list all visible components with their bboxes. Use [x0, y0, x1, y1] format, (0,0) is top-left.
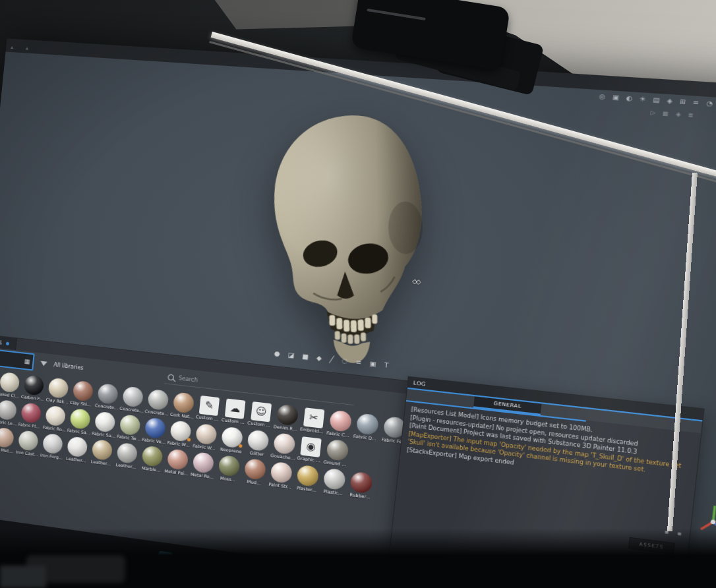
tool-icon[interactable]: T [384, 361, 389, 369]
tool-icon[interactable]: ▣ [369, 359, 376, 368]
menu-glyph: ▴ [26, 45, 29, 51]
material-name: Marble... [139, 465, 164, 473]
tool-icon[interactable]: ■ [302, 352, 309, 361]
material-name: Fabric Wo... [167, 440, 191, 448]
tool-icon[interactable]: ╱ [329, 355, 334, 363]
material-tile[interactable]: Concrete S... [144, 388, 171, 417]
viewport-icon[interactable]: ▤ [653, 96, 660, 104]
material-sphere-thumb [20, 402, 42, 424]
material-sphere-thumb [326, 439, 349, 461]
material-sphere-thumb [167, 448, 189, 470]
material-tile[interactable]: ☺ Custom St... [247, 399, 275, 428]
tool-icon[interactable]: ● [274, 349, 280, 357]
material-tile[interactable]: Leather... [89, 438, 115, 467]
material-name: Concrete S... [144, 409, 169, 416]
material-name: Iron Forg... [40, 452, 63, 460]
tool-icon[interactable]: ◪ [287, 351, 295, 359]
viewport-icon[interactable]: ◈ [676, 111, 682, 117]
material-tile[interactable]: Concrete B... [119, 385, 146, 413]
material-tile[interactable]: Fabric Lea... [0, 399, 19, 426]
material-tile[interactable]: Fabric Sat... [67, 407, 93, 436]
material-tile[interactable]: Neoprene [218, 425, 245, 454]
material-tile[interactable]: ✂ Embroidery [300, 406, 328, 435]
material-name: Gun Metal... [0, 446, 15, 454]
tool-icon[interactable]: ◆ [316, 354, 322, 362]
viewport-icon[interactable]: ◐ [626, 94, 633, 102]
material-name: Cork Natural [170, 412, 194, 420]
material-tile[interactable]: Fabric Vel... [142, 416, 168, 444]
material-tile[interactable]: Plaster... [293, 463, 321, 492]
material-tile[interactable]: Denim Rivet [274, 403, 301, 432]
material-name: Fabric Den... [353, 434, 380, 442]
material-name: Fabric Pla... [18, 422, 42, 429]
material-tile[interactable]: Carbon Fib... [21, 374, 47, 401]
material-sphere-thumb [195, 423, 218, 446]
material-tile[interactable]: Rubber... [347, 470, 375, 500]
material-tile[interactable]: Leather... [114, 441, 140, 469]
material-tile[interactable]: Fabric Wo... [167, 419, 194, 448]
material-tile[interactable]: Fabric Ro... [42, 404, 68, 432]
viewport-icon[interactable]: ◈ [667, 97, 673, 105]
material-tile[interactable]: Ground Va... [323, 438, 351, 467]
material-tile[interactable]: Fabric Com... [326, 409, 355, 438]
material-sphere-thumb [92, 439, 113, 461]
viewport-icon[interactable]: ▣ [612, 94, 619, 102]
material-tile[interactable]: Metal Ro... [190, 451, 217, 480]
material-sphere-thumb [218, 455, 241, 477]
material-tile[interactable]: Fabric Sue... [92, 410, 118, 438]
material-tile[interactable]: Concrete... [94, 382, 121, 411]
material-name: Metal Pai... [164, 469, 189, 477]
material-tile[interactable]: ☁ Custom Sp... [222, 397, 249, 426]
material-name: Concrete B... [119, 406, 144, 413]
viewport-icon[interactable]: ⊞ [679, 98, 686, 106]
material-name: Ground Va... [323, 459, 349, 467]
material-tile[interactable]: ✎ Custom Gr... [196, 394, 223, 422]
material-tile[interactable]: Glitter [244, 428, 272, 457]
viewport-icon[interactable]: ≡ [692, 99, 699, 107]
material-tile[interactable]: Paint Str... [267, 460, 295, 489]
library-filter-label[interactable]: All libraries [53, 361, 84, 370]
material-tile[interactable]: Metal Pai... [164, 448, 191, 476]
material-sphere-thumb [244, 458, 266, 481]
material-name: Denim Rivet [274, 424, 299, 432]
material-name: Carbon Fib... [21, 394, 45, 401]
material-name: Glitter [244, 450, 269, 457]
material-tile[interactable]: Baked Cla... [0, 371, 22, 399]
material-tile[interactable]: Fabric Den... [353, 412, 382, 442]
viewport-icon[interactable]: ◔ [706, 100, 713, 107]
filter-funnel-icon[interactable] [40, 361, 47, 366]
material-name: Fabric Wo... [193, 443, 218, 451]
material-tile[interactable]: Clay Bak... [45, 376, 71, 404]
material-tile[interactable]: Moss... [216, 454, 243, 483]
material-tile[interactable]: Fabric Wo... [193, 423, 220, 452]
material-sphere-thumb [0, 399, 17, 421]
material-tile[interactable]: Gouache P... [270, 432, 298, 461]
material-name: Fabric Sue... [92, 431, 115, 438]
material-tile[interactable]: Fabric Twe... [117, 413, 143, 442]
tool-icon[interactable]: ≡ [355, 358, 362, 367]
material-tile[interactable]: Iron Cast... [15, 429, 41, 457]
material-tile[interactable]: Plastic... [320, 467, 349, 496]
material-tile[interactable]: Clay Shin... [70, 379, 96, 407]
material-doc-icon: ✎ [199, 396, 220, 416]
material-tile[interactable]: ◉ Graphic te... [297, 434, 324, 463]
material-tile[interactable]: Leather... [64, 435, 90, 463]
material-name: Rubber... [347, 492, 373, 500]
material-sphere-thumb [0, 427, 15, 448]
viewport-icon[interactable]: ☀ [639, 96, 646, 103]
material-tile[interactable]: Fabric Pla... [18, 401, 44, 429]
material-name: Metal Ro... [190, 471, 215, 479]
material-tile[interactable]: Gun Metal... [0, 426, 16, 454]
material-tile[interactable]: Iron Forg... [40, 432, 65, 460]
material-tile[interactable]: Cork Natural [170, 391, 197, 419]
viewport-icon[interactable]: ▷ [650, 109, 656, 116]
material-name: Paint Str... [267, 481, 293, 489]
material-name: Leather... [89, 459, 113, 467]
viewport-icon[interactable]: ▦ [663, 110, 669, 117]
material-tile[interactable]: Mud... [241, 457, 269, 486]
viewport-toolbar-secondary: ▷▦◈≣ [650, 109, 694, 119]
viewport-icon[interactable]: ≣ [688, 111, 694, 119]
viewport-icon[interactable]: ◎ [599, 93, 606, 101]
material-tile[interactable]: Marble... [139, 444, 165, 473]
tool-icon[interactable]: ◌ [342, 357, 348, 365]
